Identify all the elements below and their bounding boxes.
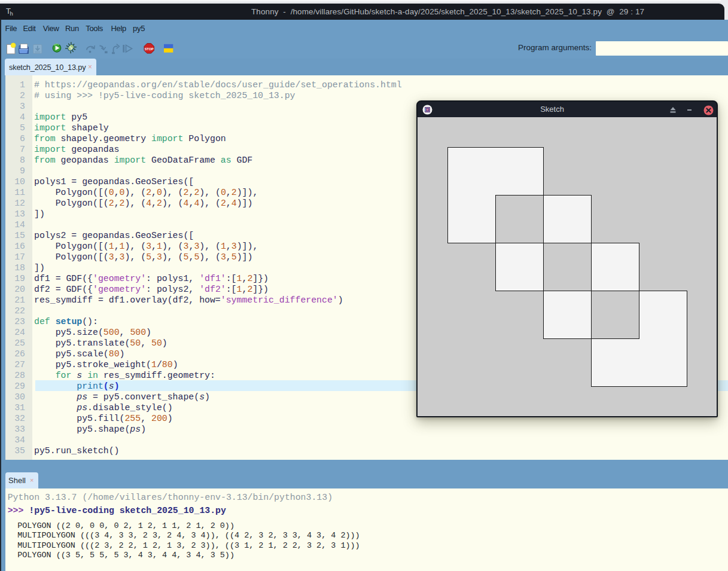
svg-text:STOP: STOP: [145, 47, 154, 51]
